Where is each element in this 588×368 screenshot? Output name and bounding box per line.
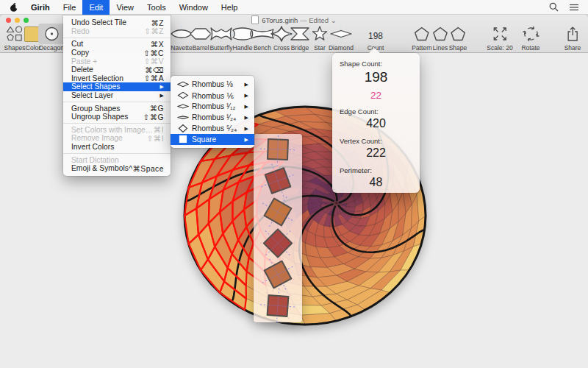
menubar-item-edit[interactable]: Edit (82, 0, 110, 15)
toolbar-shapes-button[interactable]: Shapes (4, 24, 26, 52)
shapes-icon (7, 24, 24, 43)
count-popover: Shape Count: 198 22 Edge Count: 420 Vert… (332, 53, 420, 193)
menu-item-select-shapes[interactable]: Select Shapes▶ (63, 82, 171, 91)
submenu-arrow-icon: ▶ (245, 115, 248, 121)
rhombus-icon (176, 102, 189, 111)
menu-item-delete[interactable]: Delete⌘⌫ (63, 66, 171, 74)
submenu-item-rhombus[interactable]: Rhombus ⅙▶ (171, 90, 254, 101)
submenu-arrow-icon: ▶ (245, 126, 248, 132)
square-icon (176, 135, 189, 144)
submenu-arrow-icon: ▶ (245, 82, 248, 88)
submenu-item-rhombus[interactable]: Rhombus ¹⁄₁₂▶ (171, 101, 254, 112)
toolbar-decagon-button[interactable]: Decagon (39, 24, 64, 52)
menu-item-set-colors-with-image: Set Colors with Image…⌘I (63, 126, 171, 135)
menubar-item-window[interactable]: Window (173, 0, 215, 15)
perimeter-value: 48 (332, 176, 420, 189)
diamond-icon (329, 24, 354, 43)
submenu-item-rhombus[interactable]: Rhombus ⁵⁄₂₄▶ (171, 123, 254, 134)
submenu-item-rhombus[interactable]: Rhombus ⅛▶ (171, 79, 254, 90)
document-proxy-icon (251, 15, 259, 24)
rotate-icon (522, 24, 539, 43)
toolbar-count-button[interactable]: 198Count (368, 24, 384, 52)
butterfly-label: Butterfly (209, 44, 232, 52)
submenu-arrow-icon: ▶ (245, 137, 248, 143)
rhombus-icon (176, 79, 189, 89)
notification-center-icon[interactable] (569, 3, 579, 12)
toolbar-diamond-button[interactable]: Diamond (329, 24, 354, 52)
menu-item-select-layer[interactable]: Select Layer▶ (63, 91, 171, 100)
share-icon (566, 24, 580, 43)
toolbar-lines-button[interactable]: Lines (433, 24, 448, 52)
lines-label: Lines (433, 44, 448, 52)
menubar-item-girih[interactable]: Girih (24, 0, 57, 15)
menu-separator (63, 153, 171, 154)
toolbar-pattern-button[interactable]: Pattern (412, 24, 431, 52)
rotate-label: Rotate (521, 44, 539, 52)
selected-count-value: 22 (332, 90, 420, 101)
title-chevron-icon[interactable]: ⌄ (331, 16, 337, 24)
rhombus-icon (176, 124, 189, 133)
submenu-item-square[interactable]: Square▶ (171, 134, 254, 145)
toolbar-shape-button[interactable]: Shape (449, 24, 467, 52)
menu-separator (63, 123, 171, 124)
menu-item-start-dictation: Start Dictation (63, 155, 171, 164)
decagon-label: Decagon (39, 44, 64, 52)
apple-logo-icon (10, 2, 18, 13)
submenu-arrow-icon: ▶ (160, 93, 164, 99)
menu-item-invert-selection[interactable]: Invert Selection⇧⌘A (63, 74, 171, 83)
edited-label: — Edited (300, 16, 329, 24)
pattern-icon (415, 24, 430, 43)
square-tiles-submenu (254, 134, 302, 322)
submenu-arrow-icon: ▶ (160, 84, 164, 90)
vertex-count-value: 222 (332, 146, 420, 160)
menu-item-remove-image: Remove Image⇧⌘I (63, 134, 171, 143)
menubar-item-tools[interactable]: Tools (140, 0, 173, 15)
spotlight-search-icon[interactable] (549, 2, 559, 12)
document-title: 6Torus.girih (262, 16, 298, 24)
apple-menu-icon[interactable] (0, 0, 24, 15)
menu-bar: GirihFileEditViewToolsWindowHelp (0, 0, 588, 15)
scale-icon (491, 24, 509, 43)
menubar-item-view[interactable]: View (110, 0, 140, 15)
pattern-label: Pattern (412, 44, 431, 52)
submenu-arrow-icon: ▶ (245, 104, 248, 110)
menu-item-ungroup-shapes[interactable]: Ungroup Shapes⇧⌘G (63, 113, 171, 121)
rhombus-icon (176, 91, 189, 100)
bridge-label: Bridge (291, 44, 309, 52)
toolbar-scale-button[interactable]: Scale: 20 (487, 24, 512, 52)
menu-item-undo-select-tile[interactable]: Undo Select Tile⌘Z (63, 18, 171, 27)
diamond-label: Diamond (329, 44, 354, 52)
shapes-label: Shapes (4, 44, 26, 52)
menu-item-copy[interactable]: Copy⇧⌘C (63, 49, 171, 57)
menubar-item-help[interactable]: Help (215, 0, 245, 15)
menubar-item-file[interactable]: File (57, 0, 83, 15)
share-label: Share (564, 44, 581, 52)
star-label: Star (314, 44, 326, 52)
toolbar-rotate-button[interactable]: Rotate (521, 24, 539, 52)
shape-label: Shape (449, 44, 467, 52)
select-shapes-submenu: Rhombus ⅛▶Rhombus ⅙▶Rhombus ¹⁄₁₂▶Rhombus… (171, 76, 254, 148)
shape-count-value: 198 (332, 69, 420, 85)
vertex-count-label: Vertex Count: (332, 137, 420, 145)
menu-item-group-shapes[interactable]: Group Shapes⌘G (63, 104, 171, 113)
menu-bar-items: GirihFileEditViewToolsWindowHelp (24, 0, 244, 15)
edge-count-value: 420 (332, 117, 420, 130)
lines-icon (433, 24, 448, 43)
screen: { "menu_bar": { "items": [ {"label": "Gi… (0, 0, 588, 368)
shape-icon (451, 24, 466, 43)
count-value: 198 (368, 24, 383, 43)
edge-count-label: Edge Count: (332, 107, 420, 116)
rhombus-icon (176, 113, 189, 122)
menu-item-invert-colors[interactable]: Invert Colors (63, 143, 171, 152)
shape-count-label: Shape Count: (332, 60, 420, 68)
perimeter-label: Perimeter: (332, 166, 420, 174)
menu-item-emoji-symbols[interactable]: Emoji & Symbols^⌘Space (63, 164, 171, 173)
menu-bar-extras (549, 2, 588, 12)
menu-item-paste: Paste +⇧⌘V (63, 57, 171, 66)
square-tiles (254, 134, 302, 322)
toolbar-share-button[interactable]: Share (564, 24, 581, 52)
menu-item-cut[interactable]: Cut⌘X (63, 40, 171, 49)
submenu-item-rhombus[interactable]: Rhombus ¹⁄₂₄▶ (171, 112, 254, 123)
submenu-arrow-icon: ▶ (245, 93, 248, 99)
edit-menu: Undo Select Tile⌘ZRedo⇧⌘ZCut⌘XCopy⇧⌘CPas… (63, 15, 171, 176)
